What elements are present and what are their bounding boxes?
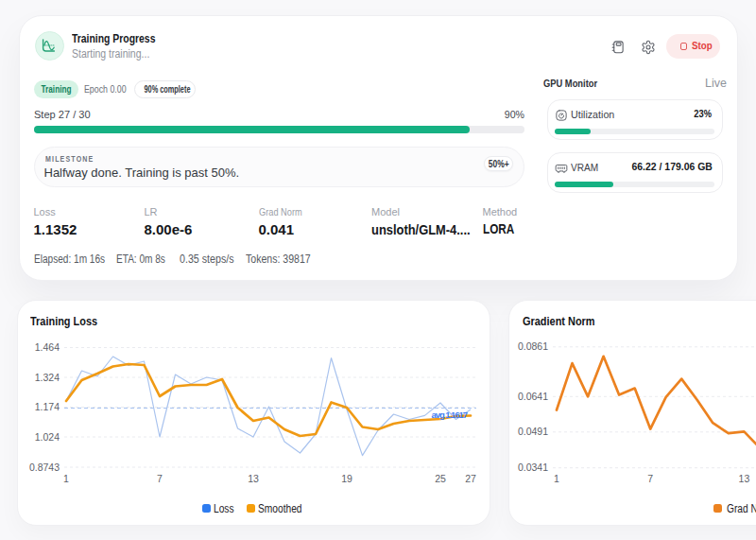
- svg-text:7: 7: [157, 473, 163, 484]
- svg-text:1.174: 1.174: [35, 401, 60, 412]
- svg-text:0.8743: 0.8743: [29, 462, 60, 473]
- svg-text:27: 27: [465, 473, 476, 484]
- svg-text:19: 19: [341, 473, 352, 484]
- svg-text:0.0491: 0.0491: [518, 426, 548, 437]
- svg-text:1.324: 1.324: [35, 372, 60, 383]
- svg-text:1.024: 1.024: [35, 431, 60, 443]
- svg-text:25: 25: [435, 473, 446, 484]
- svg-text:1: 1: [63, 473, 69, 484]
- svg-text:13: 13: [739, 473, 750, 484]
- svg-text:0.0861: 0.0861: [518, 340, 548, 352]
- svg-text:avg 1.1617: avg 1.1617: [432, 409, 469, 420]
- svg-text:7: 7: [647, 473, 653, 484]
- svg-text:0.0641: 0.0641: [518, 391, 548, 402]
- svg-text:0.0341: 0.0341: [518, 462, 548, 473]
- svg-text:1: 1: [554, 473, 559, 484]
- svg-text:1.464: 1.464: [35, 341, 60, 353]
- svg-text:13: 13: [248, 473, 259, 484]
